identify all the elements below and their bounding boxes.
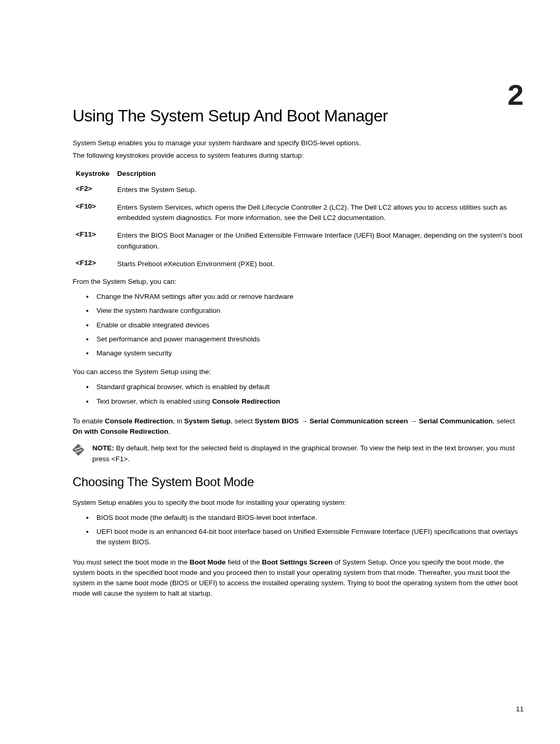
note-body: By default, help text for the selected f… (92, 444, 515, 462)
keystroke-key: <F10> (76, 202, 112, 224)
table-header: Keystroke Description (76, 170, 524, 177)
text-span: . (169, 428, 171, 435)
capabilities-list: Change the NVRAM settings after you add … (96, 292, 524, 359)
intro-line-1: System Setup enables you to manage your … (73, 138, 524, 148)
table-row: <F10> Enters System Services, which open… (76, 202, 524, 224)
text-bold: Boot Mode (189, 558, 226, 566)
keystroke-desc: Enters the System Setup. (117, 185, 197, 195)
page-title: Using The System Setup And Boot Manager (73, 106, 524, 126)
text-bold: On with Console Redirection (73, 428, 169, 435)
text-span: , select (493, 417, 515, 425)
text-bold: Boot Settings Screen (262, 558, 333, 566)
text-span: You must select the boot mode in the (73, 558, 189, 566)
list-intro: You can access the System Setup using th… (73, 368, 524, 376)
list-item: Enable or disable integrated devices (96, 320, 524, 330)
text-bold: Console Redirection (105, 417, 173, 425)
keystroke-table: Keystroke Description <F2> Enters the Sy… (73, 170, 524, 270)
list-item-bold: Console Redirection (212, 397, 280, 405)
note-icon (73, 444, 84, 456)
note-text: NOTE: By default, help text for the sele… (92, 443, 524, 464)
table-header-keystroke: Keystroke (76, 170, 112, 177)
list-item: Text browser, which is enabled using Con… (96, 396, 524, 407)
keystroke-key: <F2> (76, 185, 112, 195)
list-item-text: Text browser, which is enabled using (96, 397, 212, 405)
page-number: 11 (516, 705, 524, 713)
list-item: Manage system security (96, 348, 524, 359)
text-span: field of the (226, 558, 262, 566)
table-header-description: Description (117, 170, 156, 177)
chapter-number: 2 (508, 78, 524, 112)
list-intro: From the System Setup, you can: (73, 278, 524, 285)
section-paragraph: You must select the boot mode in the Boo… (73, 557, 524, 599)
keystroke-key: <F11> (76, 230, 112, 252)
boot-mode-list: BIOS boot mode (the default) is the stan… (96, 513, 524, 548)
text-bold: System BIOS (255, 417, 299, 425)
text-bold: Serial Communication screen (310, 417, 408, 425)
text-span: , in (173, 417, 185, 425)
enable-paragraph: To enable Console Redirection, in System… (73, 416, 524, 437)
intro-line-2: The following keystrokes provide access … (73, 150, 524, 161)
list-item: Change the NVRAM settings after you add … (96, 292, 524, 302)
keystroke-desc: Starts Preboot eXecution Environment (PX… (117, 259, 274, 269)
list-item: View the system hardware configuration (96, 306, 524, 316)
list-item: BIOS boot mode (the default) is the stan… (96, 513, 524, 523)
note-block: NOTE: By default, help text for the sele… (73, 443, 524, 464)
arrow-icon: → (408, 417, 419, 425)
section-title: Choosing The System Boot Mode (73, 475, 524, 489)
keystroke-desc: Enters the BIOS Boot Manager or the Unif… (117, 230, 524, 252)
table-row: <F2> Enters the System Setup. (76, 185, 524, 195)
keystroke-key: <F12> (76, 259, 112, 269)
arrow-icon: → (299, 417, 310, 425)
text-span: , select (231, 417, 255, 425)
table-row: <F11> Enters the BIOS Boot Manager or th… (76, 230, 524, 252)
list-item: UEFI boot mode is an enhanced 64-bit boo… (96, 527, 524, 548)
section-intro: System Setup enables you to specify the … (73, 499, 524, 506)
text-span: To enable (73, 417, 105, 425)
list-item: Standard graphical browser, which is ena… (96, 382, 524, 392)
access-list: Standard graphical browser, which is ena… (96, 382, 524, 407)
note-label: NOTE: (92, 444, 114, 452)
list-item: Set performance and power management thr… (96, 334, 524, 345)
text-bold: Serial Communication (419, 417, 493, 425)
keystroke-desc: Enters System Services, which opens the … (117, 202, 524, 224)
table-row: <F12> Starts Preboot eXecution Environme… (76, 259, 524, 269)
text-bold: System Setup (184, 417, 230, 425)
